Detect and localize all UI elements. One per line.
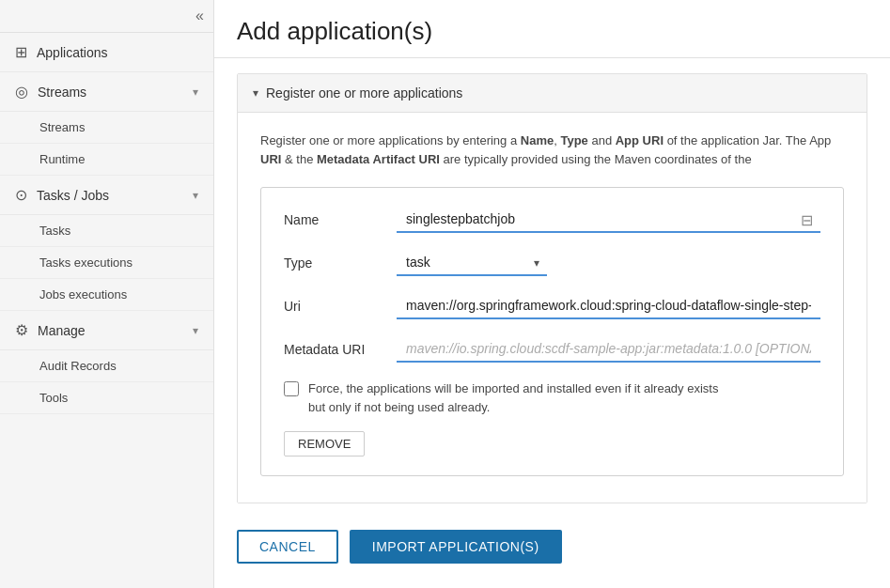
form-row-type: Type task source processor sink app ▾ bbox=[284, 250, 820, 276]
sidebar-sub-label: Tasks bbox=[39, 224, 70, 238]
sidebar-item-streams[interactable]: Streams bbox=[0, 112, 213, 144]
sidebar-item-label: Applications bbox=[37, 45, 108, 60]
chevron-down-icon: ▾ bbox=[193, 85, 198, 99]
type-select[interactable]: task source processor sink app bbox=[397, 250, 547, 276]
page-title: Add application(s) bbox=[237, 17, 867, 46]
sidebar-sub-label: Audit Records bbox=[39, 359, 117, 373]
sidebar-item-tasks-jobs-group[interactable]: ⊙ Tasks / Jobs ▾ bbox=[0, 176, 213, 215]
sidebar-sub-label: Jobs executions bbox=[39, 287, 127, 302]
type-label: Type bbox=[284, 250, 397, 271]
metadata-uri-label: Metadata URI bbox=[284, 336, 397, 357]
accordion-header[interactable]: ▾ Register one or more applications bbox=[238, 74, 867, 113]
main-content: Add application(s) ▾ Register one or mor… bbox=[214, 0, 890, 588]
name-input[interactable] bbox=[397, 207, 820, 233]
sidebar-sub-label: Tasks executions bbox=[39, 255, 133, 270]
collapse-icon: « bbox=[195, 8, 204, 24]
page-header: Add application(s) bbox=[214, 0, 890, 58]
force-checkbox-label: Force, the applications will be imported… bbox=[308, 379, 718, 416]
sidebar-item-jobs-executions[interactable]: Jobs executions bbox=[0, 279, 213, 311]
metadata-uri-input[interactable] bbox=[397, 336, 820, 363]
name-input-container: ⊟ bbox=[397, 207, 820, 233]
force-checkbox-row: Force, the applications will be imported… bbox=[284, 379, 820, 416]
streams-icon: ◎ bbox=[15, 83, 28, 101]
accordion-label: Register one or more applications bbox=[266, 85, 462, 101]
name-input-wrap: ⊟ bbox=[397, 207, 820, 233]
sidebar-item-streams-group[interactable]: ◎ Streams ▾ bbox=[0, 72, 213, 112]
type-select-container: task source processor sink app ▾ bbox=[397, 250, 547, 276]
sidebar-item-applications[interactable]: ⊞ Applications bbox=[0, 33, 213, 72]
chevron-down-icon: ▾ bbox=[193, 324, 198, 337]
sidebar-item-label: Manage bbox=[38, 323, 86, 338]
sidebar-sub-label: Streams bbox=[39, 120, 85, 134]
chevron-down-icon: ▾ bbox=[193, 189, 198, 202]
grid-icon: ⊞ bbox=[15, 43, 27, 61]
type-select-wrap: task source processor sink app ▾ bbox=[397, 250, 820, 276]
form-card: Name ⊟ Type task bbox=[260, 187, 844, 476]
sidebar-item-runtime[interactable]: Runtime bbox=[0, 144, 213, 176]
sidebar-collapse-button[interactable]: « bbox=[0, 0, 213, 33]
sidebar-sub-label: Runtime bbox=[39, 152, 85, 166]
remove-button[interactable]: REMOVE bbox=[284, 431, 365, 456]
uri-input[interactable] bbox=[397, 293, 820, 319]
sidebar-item-label: Streams bbox=[38, 85, 86, 100]
chevron-down-icon: ▾ bbox=[253, 86, 258, 100]
sidebar-sub-label: Tools bbox=[39, 391, 68, 405]
form-row-metadata-uri: Metadata URI bbox=[284, 336, 820, 363]
form-row-name: Name ⊟ bbox=[284, 207, 820, 233]
accordion-body: Register one or more applications by ent… bbox=[238, 113, 867, 503]
sidebar-item-tools[interactable]: Tools bbox=[0, 382, 213, 414]
sidebar-item-audit-records[interactable]: Audit Records bbox=[0, 350, 213, 382]
accordion-section: ▾ Register one or more applications Regi… bbox=[237, 73, 867, 503]
force-checkbox[interactable] bbox=[284, 381, 299, 396]
import-application-button[interactable]: IMPORT APPLICATION(S) bbox=[350, 530, 562, 564]
sidebar-item-tasks[interactable]: Tasks bbox=[0, 215, 213, 247]
sidebar-item-label: Tasks / Jobs bbox=[37, 188, 109, 203]
uri-label: Uri bbox=[284, 293, 397, 314]
uri-input-wrap bbox=[397, 293, 820, 319]
cancel-button[interactable]: CANCEL bbox=[237, 530, 338, 564]
sidebar-item-manage-group[interactable]: ⚙ Manage ▾ bbox=[0, 311, 213, 350]
edit-icon[interactable]: ⊟ bbox=[801, 211, 813, 229]
metadata-uri-input-wrap bbox=[397, 336, 820, 363]
form-row-uri: Uri bbox=[284, 293, 820, 319]
footer-actions: CANCEL IMPORT APPLICATION(S) bbox=[214, 511, 890, 582]
sidebar-item-tasks-executions[interactable]: Tasks executions bbox=[0, 247, 213, 279]
tasks-icon: ⊙ bbox=[15, 186, 27, 204]
sidebar: « ⊞ Applications ◎ Streams ▾ Streams Run… bbox=[0, 0, 214, 588]
manage-icon: ⚙ bbox=[15, 321, 28, 339]
name-label: Name bbox=[284, 207, 397, 227]
description-text: Register one or more applications by ent… bbox=[260, 132, 844, 168]
